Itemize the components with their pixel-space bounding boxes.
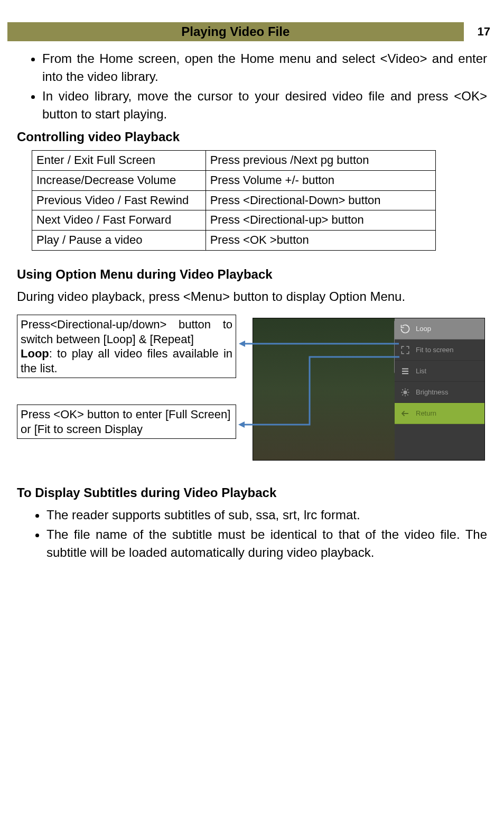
svg-line-9 <box>407 394 408 396</box>
callout-fit: Press <OK> button to enter [Full Screen]… <box>17 405 236 439</box>
table-row: Enter / Exit Full ScreenPress previous /… <box>32 150 436 170</box>
list-item: The file name of the subtitle must be id… <box>46 526 487 561</box>
table-row: Play / Pause a videoPress <OK >button <box>32 231 436 251</box>
callout-text: Press <OK> button to enter [Full Screen]… <box>21 408 230 436</box>
return-icon <box>400 408 410 419</box>
svg-line-10 <box>402 394 403 396</box>
svg-marker-15 <box>238 421 245 428</box>
list-item: In video library, move the cursor to you… <box>42 87 487 123</box>
diagram: Press<Directional-up/down> button to swi… <box>17 315 487 468</box>
subtitles-list: The reader supports subtitles of sub, ss… <box>17 506 487 562</box>
table-row: Increase/Decrease VolumePress Volume +/-… <box>32 170 436 190</box>
video-player-screenshot: Loop Fit to screen List <box>253 318 485 461</box>
page-number: 17 <box>478 25 490 39</box>
menu-item-brightness[interactable]: Brightness <box>395 382 484 403</box>
callout-loop: Press<Directional-up/down> button to swi… <box>17 315 236 378</box>
svg-line-11 <box>407 389 408 390</box>
list-item: From the Home screen, open the Home menu… <box>42 50 487 85</box>
video-area <box>253 318 395 460</box>
section-heading-subtitles: To Display Subtitles during Video Playba… <box>17 484 487 502</box>
callout-loop-label: Loop <box>21 347 49 360</box>
table-cell: Play / Pause a video <box>32 231 206 251</box>
svg-line-8 <box>402 389 403 390</box>
table-cell: Press Volume +/- button <box>206 170 436 190</box>
menu-item-list[interactable]: List <box>395 361 484 382</box>
menu-label: List <box>416 366 426 376</box>
list-item: The reader supports subtitles of sub, ss… <box>46 506 487 524</box>
option-menu-paragraph: During video playback, press <Menu> butt… <box>17 288 487 306</box>
callout-text: Press<Directional-up/down> button to swi… <box>21 318 232 346</box>
svg-point-3 <box>404 391 407 394</box>
brightness-icon <box>400 387 410 398</box>
menu-label: Loop <box>416 324 431 334</box>
menu-item-fit[interactable]: Fit to screen <box>395 339 484 361</box>
menu-item-return[interactable]: Return <box>395 403 484 424</box>
table-cell: Press <Directional-up> button <box>206 210 436 231</box>
title-bar: Playing Video File <box>7 22 464 41</box>
table-row: Previous Video / Fast RewindPress <Direc… <box>32 190 436 210</box>
option-menu-panel: Loop Fit to screen List <box>395 318 484 460</box>
table-cell: Increase/Decrease Volume <box>32 170 206 190</box>
svg-marker-14 <box>239 341 245 347</box>
page-title: Playing Video File <box>181 24 290 39</box>
table-cell: Enter / Exit Full Screen <box>32 150 206 170</box>
list-icon <box>400 366 410 376</box>
loop-icon <box>400 324 410 334</box>
table-cell: Press <OK >button <box>206 231 436 251</box>
menu-label: Return <box>416 409 436 418</box>
menu-item-loop[interactable]: Loop <box>395 318 484 339</box>
table-cell: Next Video / Fast Forward <box>32 210 206 231</box>
menu-label: Fit to screen <box>416 345 454 355</box>
table-cell: Press <Directional-Down> button <box>206 190 436 210</box>
table-cell: Press previous /Next pg button <box>206 150 436 170</box>
fit-icon <box>400 345 410 355</box>
menu-label: Brightness <box>416 388 448 397</box>
intro-list: From the Home screen, open the Home menu… <box>17 50 487 123</box>
body: From the Home screen, open the Home menu… <box>0 41 504 562</box>
section-heading-controlling: Controlling video Playback <box>17 128 487 146</box>
page: Playing Video File 17 From the Home scre… <box>0 22 504 562</box>
callout-loop-rest: : to play all video files available in t… <box>21 347 232 375</box>
section-heading-option-menu: Using Option Menu during Video Playback <box>17 265 487 283</box>
table-cell: Previous Video / Fast Rewind <box>32 190 206 210</box>
table-row: Next Video / Fast ForwardPress <Directio… <box>32 210 436 231</box>
controls-table: Enter / Exit Full ScreenPress previous /… <box>32 150 436 251</box>
header-row: Playing Video File 17 <box>0 22 504 41</box>
